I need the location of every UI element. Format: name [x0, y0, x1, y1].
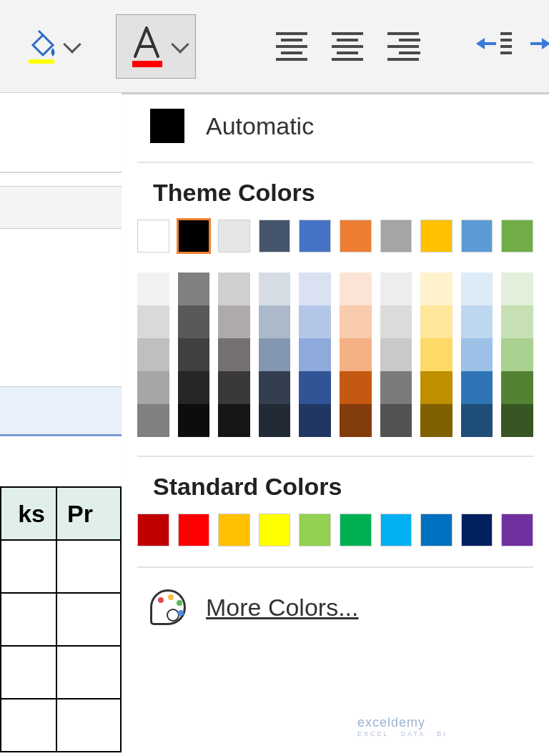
shade-swatch[interactable]	[137, 305, 169, 338]
svg-rect-1	[132, 61, 162, 67]
shade-swatch[interactable]	[420, 338, 452, 371]
shade-column	[218, 273, 250, 437]
shade-swatch[interactable]	[299, 371, 331, 404]
shade-swatch[interactable]	[259, 338, 291, 371]
table-header-row: ks Pr	[0, 486, 122, 752]
shade-swatch[interactable]	[461, 338, 493, 371]
shade-swatch[interactable]	[461, 273, 493, 305]
theme-color-swatch[interactable]	[380, 220, 412, 252]
standard-color-swatch[interactable]	[299, 514, 331, 546]
shade-swatch[interactable]	[340, 371, 372, 404]
table-cell[interactable]	[0, 647, 57, 699]
theme-color-swatch[interactable]	[461, 220, 493, 252]
shade-swatch[interactable]	[501, 404, 533, 437]
shade-swatch[interactable]	[340, 404, 372, 437]
table-header-cell[interactable]: ks	[0, 486, 57, 541]
shade-swatch[interactable]	[137, 273, 169, 305]
standard-color-swatch[interactable]	[501, 514, 533, 546]
shade-column	[501, 273, 533, 437]
automatic-color-item[interactable]: Automatic	[122, 94, 549, 157]
shade-swatch[interactable]	[461, 404, 493, 437]
shade-swatch[interactable]	[259, 273, 291, 305]
shade-swatch[interactable]	[218, 273, 250, 305]
shade-swatch[interactable]	[380, 404, 412, 437]
increase-indent-button[interactable]	[530, 32, 549, 61]
shade-swatch[interactable]	[178, 305, 210, 338]
standard-color-swatch[interactable]	[420, 514, 452, 546]
font-color-button[interactable]	[116, 14, 196, 79]
fill-color-button[interactable]	[14, 14, 87, 79]
divider	[137, 566, 533, 568]
table-cell[interactable]	[57, 699, 122, 752]
shade-swatch[interactable]	[420, 404, 452, 437]
shade-swatch[interactable]	[259, 371, 291, 404]
shade-swatch[interactable]	[340, 338, 372, 371]
table-cell[interactable]	[57, 541, 122, 594]
shade-swatch[interactable]	[137, 338, 169, 371]
shade-swatch[interactable]	[501, 371, 533, 404]
shade-swatch[interactable]	[380, 338, 412, 371]
shade-swatch[interactable]	[380, 371, 412, 404]
standard-color-swatch[interactable]	[137, 514, 169, 546]
theme-color-swatch[interactable]	[299, 220, 331, 252]
shade-swatch[interactable]	[218, 371, 250, 404]
shade-swatch[interactable]	[299, 338, 331, 371]
shade-swatch[interactable]	[218, 404, 250, 437]
table-cell[interactable]	[57, 647, 122, 699]
table-header-cell[interactable]: Pr	[57, 486, 122, 541]
shade-swatch[interactable]	[259, 305, 291, 338]
theme-color-swatch[interactable]	[137, 220, 169, 252]
shade-swatch[interactable]	[299, 273, 331, 305]
shade-swatch[interactable]	[178, 273, 210, 305]
shade-swatch[interactable]	[420, 371, 452, 404]
standard-color-swatch[interactable]	[461, 514, 493, 546]
shade-swatch[interactable]	[218, 305, 250, 338]
theme-color-swatch[interactable]	[340, 220, 372, 252]
shade-swatch[interactable]	[178, 338, 210, 371]
align-left-button[interactable]	[274, 32, 309, 61]
shade-swatch[interactable]	[461, 371, 493, 404]
shade-swatch[interactable]	[380, 305, 412, 338]
shade-swatch[interactable]	[420, 305, 452, 338]
table-cell[interactable]	[0, 541, 57, 594]
shade-column	[178, 273, 210, 437]
shade-swatch[interactable]	[137, 404, 169, 437]
shade-column	[380, 273, 412, 437]
shade-swatch[interactable]	[340, 273, 372, 305]
table-cell[interactable]	[57, 594, 122, 647]
table-cell[interactable]	[0, 699, 57, 752]
standard-color-swatch[interactable]	[178, 514, 210, 546]
standard-colors-title: Standard Colors	[122, 461, 549, 514]
theme-color-swatch[interactable]	[259, 220, 291, 252]
theme-color-swatch[interactable]	[218, 220, 250, 252]
shade-swatch[interactable]	[420, 273, 452, 305]
shade-swatch[interactable]	[178, 371, 210, 404]
standard-color-swatch[interactable]	[340, 514, 372, 546]
align-center-button[interactable]	[330, 32, 365, 61]
shade-swatch[interactable]	[501, 273, 533, 305]
shade-swatch[interactable]	[380, 273, 412, 305]
shade-swatch[interactable]	[501, 305, 533, 338]
shade-swatch[interactable]	[501, 338, 533, 371]
decrease-indent-button[interactable]	[478, 32, 512, 61]
standard-color-swatch[interactable]	[380, 514, 412, 546]
shade-swatch[interactable]	[178, 404, 210, 437]
standard-color-swatch[interactable]	[259, 514, 291, 546]
shade-swatch[interactable]	[218, 338, 250, 371]
column-header-area	[0, 186, 122, 229]
shade-swatch[interactable]	[299, 305, 331, 338]
standard-color-swatch[interactable]	[218, 514, 250, 546]
shade-swatch[interactable]	[340, 305, 372, 338]
selected-row-band	[0, 386, 122, 436]
theme-color-swatch[interactable]	[501, 220, 533, 252]
shade-swatch[interactable]	[137, 371, 169, 404]
ribbon	[0, 0, 549, 93]
table-cell[interactable]	[0, 594, 57, 647]
shade-swatch[interactable]	[259, 404, 291, 437]
more-colors-item[interactable]: More Colors...	[122, 572, 549, 642]
theme-color-swatch[interactable]	[420, 220, 452, 252]
shade-swatch[interactable]	[461, 305, 493, 338]
shade-swatch[interactable]	[299, 404, 331, 437]
theme-color-swatch[interactable]	[178, 220, 210, 252]
align-right-button[interactable]	[386, 32, 420, 61]
